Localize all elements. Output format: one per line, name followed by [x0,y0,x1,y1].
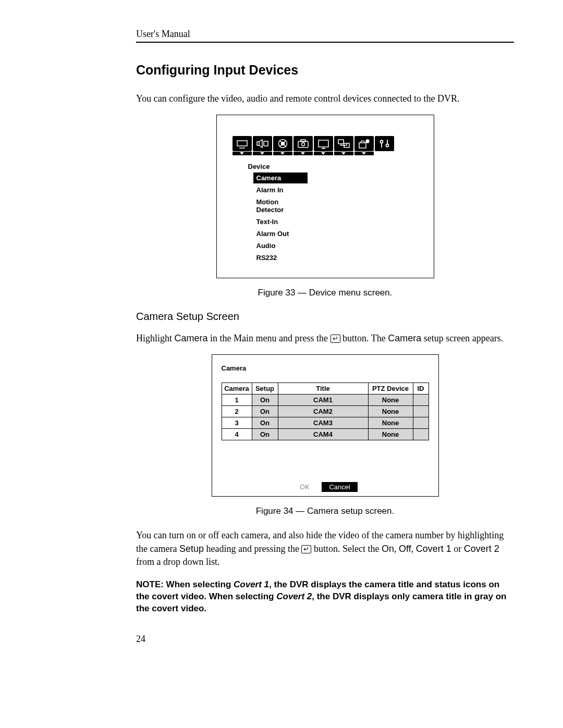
table-header[interactable]: Camera [222,383,252,394]
table-header[interactable]: Title [278,383,368,394]
table-cell[interactable]: CAM4 [278,429,368,440]
device-menu-item[interactable]: Motion Detector [253,196,308,215]
toolbar-dropdown-icon[interactable] [273,152,292,155]
table-cell[interactable]: None [368,394,413,406]
subsection-title: Camera Setup Screen [136,311,514,323]
device-menu-label: Device [248,163,418,170]
svg-point-9 [301,143,304,146]
toolbar-display-icon[interactable] [314,136,333,151]
device-menu-item[interactable]: Text-In [253,216,308,227]
toolbar-config-icon[interactable] [375,136,394,151]
table-header[interactable]: ID [413,383,429,394]
svg-point-21 [386,144,388,147]
table-cell[interactable]: On [252,394,278,406]
device-menu-item[interactable]: Alarm In [253,184,308,195]
table-cell[interactable]: CAM3 [278,417,368,429]
svg-rect-10 [301,140,305,142]
svg-rect-3 [264,141,268,146]
camera-table: CameraSetupTitlePTZ DeviceID 1OnCAM1None… [222,382,429,440]
toolbar-dropdown-icon[interactable] [334,152,353,155]
figure-34-caption: Figure 34 — Camera setup screen. [136,506,514,516]
toolbar-camera-icon[interactable] [293,136,313,151]
table-row: 3OnCAM3None [222,417,429,429]
table-cell[interactable] [413,417,429,429]
device-menu: Device CameraAlarm InMotion DetectorText… [248,163,418,263]
table-row: 2OnCAM2None [222,406,429,417]
cancel-button[interactable]: Cancel [322,482,357,492]
table-cell: 4 [222,429,252,440]
table-cell[interactable] [413,429,429,440]
toolbar-audio-icon[interactable] [253,136,272,151]
table-header[interactable]: PTZ Device [368,383,413,394]
table-cell[interactable]: CAM2 [278,406,368,417]
intro-paragraph: You can configure the video, audio and r… [136,92,514,105]
svg-point-19 [380,141,383,143]
toolbar-dropdown-icon[interactable] [293,152,313,155]
device-menu-item[interactable]: Camera [253,172,308,183]
device-menu-item[interactable]: Audio [253,240,308,251]
table-header[interactable]: Setup [252,383,278,394]
toolbar-dropdown-icon[interactable] [354,152,374,155]
table-row: 4OnCAM4None [222,429,429,440]
camera-panel-title: Camera [222,364,429,372]
note-paragraph: NOTE: When selecting Covert 1, the DVR d… [136,579,514,615]
enter-icon: ↵ [331,335,340,343]
table-cell[interactable]: None [368,417,413,429]
table-cell[interactable] [413,394,429,406]
header-rule [136,42,514,43]
device-menu-item[interactable]: RS232 [253,252,308,263]
figure-34-camera-setup: Camera CameraSetupTitlePTZ DeviceID 1OnC… [212,354,439,497]
toolbar-dropdown-icon[interactable] [232,152,252,155]
camera-instruction-paragraph: Highlight Camera in the Main menu and pr… [136,332,514,345]
device-menu-item[interactable]: Alarm Out [253,228,308,239]
toolbar-dropdown-icon[interactable] [314,152,333,155]
table-cell[interactable]: On [252,429,278,440]
page-number: 24 [136,634,145,645]
toolbar-dropdown-icon[interactable] [253,152,272,155]
svg-rect-16 [359,143,366,148]
device-toolbar [232,136,418,155]
toolbar-monitor-icon[interactable] [232,136,252,151]
svg-rect-11 [319,140,328,147]
table-cell: 3 [222,417,252,429]
svg-rect-2 [257,142,259,145]
table-cell[interactable]: CAM1 [278,394,368,406]
toolbar-network-icon[interactable] [334,136,353,151]
figure-33-caption: Figure 33 — Device menu screen. [136,288,514,298]
enter-icon: ↵ [301,545,311,553]
figure-33-device-menu: Device CameraAlarm InMotion DetectorText… [216,115,434,278]
setup-paragraph: You can turn on or off each camera, and … [136,529,514,569]
table-row: 1OnCAM1None [222,394,429,406]
table-cell: 2 [222,406,252,417]
toolbar-password-icon[interactable] [354,136,374,151]
table-cell[interactable] [413,406,429,417]
svg-rect-8 [298,141,308,147]
ok-button[interactable]: OK [292,482,317,492]
svg-rect-14 [338,140,344,144]
table-cell[interactable]: On [252,417,278,429]
table-cell[interactable]: None [368,406,413,417]
running-header: User's Manual [136,29,514,40]
section-title: Configuring Input Devices [136,63,514,78]
toolbar-record-icon[interactable] [273,136,292,151]
table-cell: 1 [222,394,252,406]
table-cell[interactable]: On [252,406,278,417]
table-cell[interactable]: None [368,429,413,440]
svg-rect-0 [237,141,247,146]
svg-point-17 [366,140,369,143]
